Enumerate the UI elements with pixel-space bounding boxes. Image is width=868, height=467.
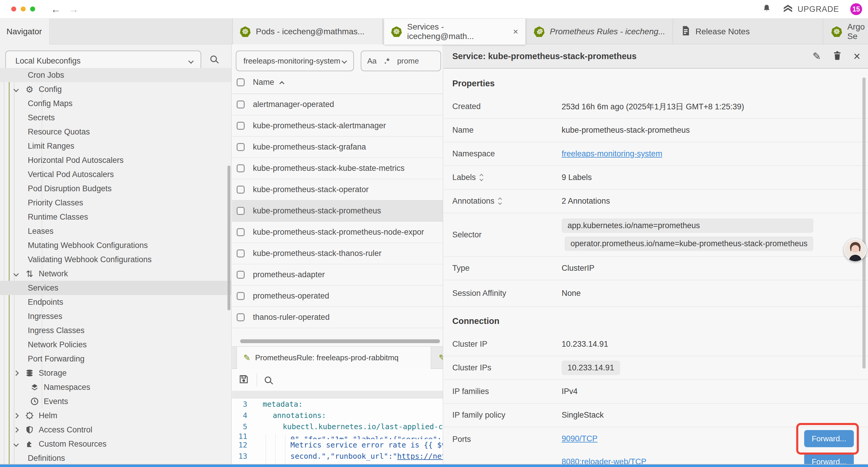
maximize-window-button[interactable] <box>30 6 35 11</box>
tab-release-notes[interactable]: Release Notes <box>674 19 823 45</box>
expander-icon[interactable] <box>480 174 483 181</box>
row-checkbox[interactable] <box>237 292 245 300</box>
sidebar-item-validating-webhook-configurations[interactable]: Validating Webhook Configurations <box>0 253 231 267</box>
tab-services[interactable]: ☸ Services - icecheng@math... × <box>384 19 525 45</box>
sidebar-item-ingresses[interactable]: Ingresses <box>0 309 231 323</box>
code-link[interactable]: https://net <box>397 452 443 461</box>
sort-ascending-icon[interactable] <box>279 81 284 86</box>
sidebar-item-runtime-classes[interactable]: Runtime Classes <box>0 210 231 224</box>
port-link-9090[interactable]: 9090/TCP <box>562 434 598 443</box>
row-checkbox[interactable] <box>237 250 245 258</box>
row-checkbox[interactable] <box>237 313 245 321</box>
chevron-down-icon[interactable] <box>13 441 19 447</box>
sidebar-item-limit-ranges[interactable]: Limit Ranges <box>0 139 231 153</box>
upgrade-button[interactable]: UPGRADE <box>783 4 839 15</box>
back-arrow-icon[interactable]: ← <box>51 0 61 18</box>
horizontal-scrollbar[interactable] <box>240 339 440 343</box>
row-checkbox[interactable] <box>237 143 245 151</box>
sidebar-item-leases[interactable]: Leases <box>0 224 231 238</box>
table-row[interactable]: kube-prometheus-stack-alertmanager <box>232 115 443 137</box>
table-row[interactable]: kube-prometheus-stack-kube-state-metrics <box>232 158 443 179</box>
tab-argo[interactable]: ☸ Argo Se <box>824 19 868 45</box>
chevron-right-icon[interactable] <box>13 413 19 418</box>
namespace-link[interactable]: freeleaps-monitoring-system <box>562 149 662 158</box>
forward-arrow-icon[interactable]: → <box>68 0 79 18</box>
chevron-right-icon[interactable] <box>13 370 19 376</box>
sidebar-item-vertical-pod-autoscalers[interactable]: Vertical Pod Autoscalers <box>0 167 231 181</box>
row-value[interactable]: 2 Annotations <box>562 197 610 206</box>
forward-button[interactable]: Forward... <box>804 430 854 447</box>
sidebar-item-mutating-webhook-configurations[interactable]: Mutating Webhook Configurations <box>0 238 231 253</box>
close-window-button[interactable] <box>11 6 16 11</box>
minimize-window-button[interactable] <box>21 6 26 11</box>
table-row[interactable]: thanos-ruler-operated <box>232 307 443 328</box>
close-tab-icon[interactable]: × <box>513 27 518 37</box>
avatar[interactable] <box>844 239 867 261</box>
sidebar-item-ingress-classes[interactable]: Ingress Classes <box>0 323 231 338</box>
table-row[interactable]: kube-prometheus-stack-prometheus-node-ex… <box>232 222 443 243</box>
sidebar-item-network[interactable]: ⇅Network <box>0 267 231 281</box>
sidebar-item-horizontal-pod-autoscalers[interactable]: Horizontal Pod Autoscalers <box>0 153 231 167</box>
sidebar-item-access-control[interactable]: Access Control <box>0 423 231 437</box>
table-row[interactable]: kube-prometheus-stack-thanos-ruler <box>232 243 443 264</box>
table-row[interactable]: kube-prometheus-stack-grafana <box>232 137 443 158</box>
sidebar-item-pod-disruption-budgets[interactable]: Pod Disruption Budgets <box>0 181 231 196</box>
sidebar-item-services[interactable]: Services <box>0 281 231 295</box>
sidebar-item-namespaces[interactable]: Namespaces <box>0 380 231 394</box>
row-checkbox[interactable] <box>237 185 245 194</box>
notifications-bell-icon[interactable] <box>762 4 771 15</box>
list-search-input[interactable]: Aa .* prome <box>361 51 441 71</box>
tab-prometheusrule-editor[interactable]: ✎ PrometheusRule: freeleaps-prod-rabbitm… <box>237 347 431 369</box>
sidebar-item-storage[interactable]: Storage <box>0 366 231 380</box>
editor-scroll-strip[interactable] <box>232 391 443 399</box>
row-checkbox[interactable] <box>237 122 245 130</box>
chevron-down-icon[interactable] <box>13 271 19 276</box>
detail-scrollbar[interactable] <box>862 78 866 369</box>
sidebar-item-definitions[interactable]: Definitions <box>0 451 231 465</box>
sidebar-item-endpoints[interactable]: Endpoints <box>0 295 231 309</box>
notification-count-badge[interactable]: 15 <box>850 3 862 15</box>
row-checkbox[interactable] <box>237 100 245 109</box>
sidebar-item-helm[interactable]: Helm <box>0 408 231 423</box>
yaml-editor[interactable]: 3metadata: 4annotations: 5kubectl.kubern… <box>232 399 443 467</box>
sidebar-scrollbar[interactable] <box>227 166 230 310</box>
expander-icon[interactable] <box>499 198 501 204</box>
row-checkbox[interactable] <box>237 164 245 172</box>
save-icon[interactable] <box>239 374 249 386</box>
close-panel-icon[interactable]: × <box>854 50 860 63</box>
row-checkbox[interactable] <box>237 228 245 236</box>
row-checkbox[interactable] <box>237 207 245 215</box>
select-all-checkbox[interactable] <box>237 78 245 86</box>
sidebar-item-config[interactable]: ⚙Config <box>0 82 231 96</box>
chevron-right-icon[interactable] <box>13 427 19 432</box>
row-value[interactable]: 9 Labels <box>562 173 592 182</box>
sidebar-item-custom-resources[interactable]: Custom Resources <box>0 437 231 451</box>
tab-prometheus-rules[interactable]: ☸ Prometheus Rules - icecheng... <box>526 19 673 45</box>
namespace-filter-select[interactable]: freeleaps-monitoring-system <box>236 51 354 71</box>
table-row[interactable]: prometheus-adapter <box>232 264 443 286</box>
sidebar-item-resource-quotas[interactable]: Resource Quotas <box>0 125 231 139</box>
sidebar-item-secrets[interactable]: Secrets <box>0 111 231 125</box>
chevron-down-icon[interactable] <box>13 87 19 92</box>
search-icon[interactable] <box>210 56 217 62</box>
table-row-selected[interactable]: kube-prometheus-stack-prometheus <box>232 200 443 222</box>
sidebar-item-config-maps[interactable]: Config Maps <box>0 96 231 111</box>
table-row[interactable]: kube-prometheus-stack-operator <box>232 179 443 200</box>
sidebar-item-port-forwarding[interactable]: Port Forwarding <box>0 352 231 366</box>
match-case-toggle[interactable]: Aa <box>367 56 377 66</box>
sidebar-item-network-policies[interactable]: Network Policies <box>0 338 231 352</box>
table-row[interactable]: alertmanager-operated <box>232 94 443 115</box>
sidebar-item-priority-classes[interactable]: Priority Classes <box>0 196 231 210</box>
tab-pods[interactable]: ☸ Pods - icecheng@mathmas... <box>232 19 382 45</box>
sidebar-item-events[interactable]: Events <box>0 394 231 408</box>
tab-navigator[interactable]: Navigator <box>0 19 50 45</box>
column-header-name[interactable]: Name <box>253 78 274 87</box>
editor-search-icon[interactable] <box>265 377 271 383</box>
edit-pencil-icon[interactable]: ✎ <box>812 50 821 62</box>
row-checkbox[interactable] <box>237 271 245 279</box>
table-row[interactable]: prometheus-operated <box>232 286 443 307</box>
regex-toggle[interactable]: .* <box>384 56 390 66</box>
sidebar-item-cron-jobs[interactable]: Cron Jobs <box>0 68 231 82</box>
delete-trash-icon[interactable] <box>833 51 842 62</box>
tab-editor-partial[interactable]: ✎ <box>432 347 443 369</box>
